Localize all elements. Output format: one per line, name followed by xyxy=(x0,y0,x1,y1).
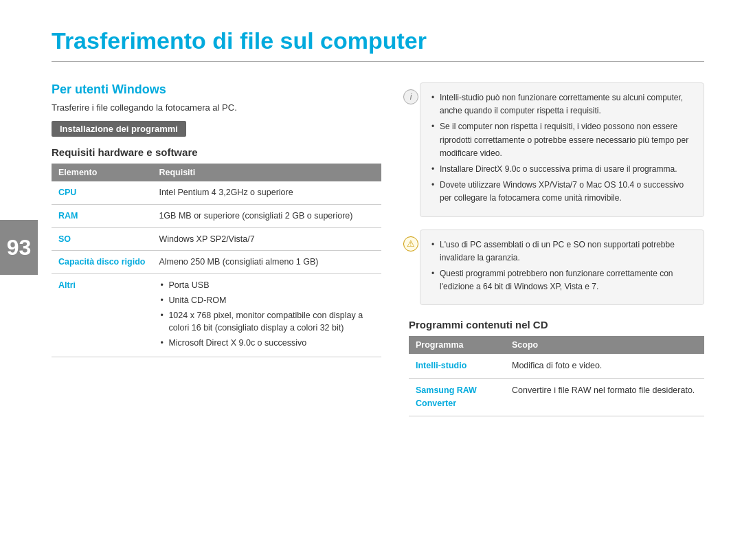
table-row: CPU Intel Pentium 4 3,2GHz o superiore xyxy=(52,181,381,204)
list-item: Installare DirectX 9.0c o successiva pri… xyxy=(430,163,694,176)
page-number-tab: 93 xyxy=(0,220,38,275)
prog-row-1-scope: Modifica di foto e video. xyxy=(505,354,704,378)
info-icon: i xyxy=(403,89,418,104)
note-box-1: Intelli-studio può non funzionare corret… xyxy=(420,82,704,217)
programs-heading: Programmi contenuti nel CD xyxy=(409,319,704,331)
note-list-2: L'uso di PC assemblati o di un PC e SO n… xyxy=(430,238,694,294)
hw-row-altri-value: Porta USB Unità CD-ROM 1024 x 768 pixel,… xyxy=(152,274,381,357)
table-row: RAM 1GB MB or superiore (consigliati 2 G… xyxy=(52,204,381,227)
warning-icon: ⚠ xyxy=(403,236,418,251)
hw-col-element: Elemento xyxy=(52,164,152,181)
prog-col-scope: Scopo xyxy=(505,336,704,354)
section-subtitle: Trasferire i file collegando la fotocame… xyxy=(52,102,381,113)
note-box-2: L'uso di PC assemblati o di un PC e SO n… xyxy=(420,229,704,306)
content-columns: Per utenti Windows Trasferire i file col… xyxy=(52,82,704,416)
table-row: Altri Porta USB Unità CD-ROM 1024 x 768 … xyxy=(52,274,381,357)
main-content: Trasferimento di file sul computer Per u… xyxy=(0,0,742,560)
list-item: Dovete utilizzare Windows XP/Vista/7 o M… xyxy=(430,179,694,205)
hw-row-ram-label: RAM xyxy=(52,204,152,227)
altri-list: Porta USB Unità CD-ROM 1024 x 768 pixel,… xyxy=(159,279,374,350)
list-item: Porta USB xyxy=(159,279,374,292)
note-box-wrapper-2: ⚠ L'uso di PC assemblati o di un PC e SO… xyxy=(409,229,704,306)
list-item: L'uso di PC assemblati o di un PC e SO n… xyxy=(430,238,694,265)
install-badge: Installazione dei programmi xyxy=(52,121,186,137)
right-column: i Intelli-studio può non funzionare corr… xyxy=(409,82,704,416)
hw-row-cpu-label: CPU xyxy=(52,181,152,204)
table-row: Intelli-studio Modifica di foto e video. xyxy=(409,354,704,378)
page-container: 93 Trasferimento di file sul computer Pe… xyxy=(0,0,742,560)
page-number: 93 xyxy=(7,235,32,260)
hw-section-title: Requisiti hardware e software xyxy=(52,146,381,158)
prog-col-name: Programma xyxy=(409,336,505,354)
prog-row-1-name: Intelli-studio xyxy=(409,354,505,378)
list-item: Microsoft Direct X 9.0c o successivo xyxy=(159,337,374,350)
table-row: Samsung RAW Converter Convertire i file … xyxy=(409,379,704,416)
list-item: Intelli-studio può non funzionare corret… xyxy=(430,91,694,117)
table-row: SO Windows XP SP2/Vista/7 xyxy=(52,227,381,251)
prog-row-2-scope: Convertire i file RAW nel formato file d… xyxy=(505,379,704,416)
list-item: Questi programmi potrebbero non funziona… xyxy=(430,267,694,293)
hw-row-disco-value: Almeno 250 MB (consigliati almeno 1 GB) xyxy=(152,251,381,274)
hw-table: Elemento Requisiti CPU Intel Pentium 4 3… xyxy=(52,164,381,357)
hw-col-requisiti: Requisiti xyxy=(152,164,381,181)
hw-row-so-value: Windows XP SP2/Vista/7 xyxy=(152,227,381,251)
prog-table: Programma Scopo Intelli-studio Modifica … xyxy=(409,336,704,416)
table-row: Capacità disco rigido Almeno 250 MB (con… xyxy=(52,251,381,274)
hw-row-so-label: SO xyxy=(52,227,152,251)
hw-row-ram-value: 1GB MB or superiore (consigliati 2 GB o … xyxy=(152,204,381,227)
section-heading: Per utenti Windows xyxy=(52,82,381,97)
hw-row-cpu-value: Intel Pentium 4 3,2GHz o superiore xyxy=(152,181,381,204)
list-item: 1024 x 768 pixel, monitor compatibile co… xyxy=(159,309,374,335)
page-title: Trasferimento di file sul computer xyxy=(52,27,704,62)
list-item: Unità CD-ROM xyxy=(159,294,374,307)
note-box-wrapper-1: i Intelli-studio può non funzionare corr… xyxy=(409,82,704,217)
left-column: Per utenti Windows Trasferire i file col… xyxy=(52,82,381,416)
hw-row-disco-label: Capacità disco rigido xyxy=(52,251,152,274)
note-list-1: Intelli-studio può non funzionare corret… xyxy=(430,91,694,205)
prog-row-2-name: Samsung RAW Converter xyxy=(409,379,505,416)
hw-row-altri-label: Altri xyxy=(52,274,152,357)
list-item: Se il computer non rispetta i requisiti,… xyxy=(430,120,694,160)
